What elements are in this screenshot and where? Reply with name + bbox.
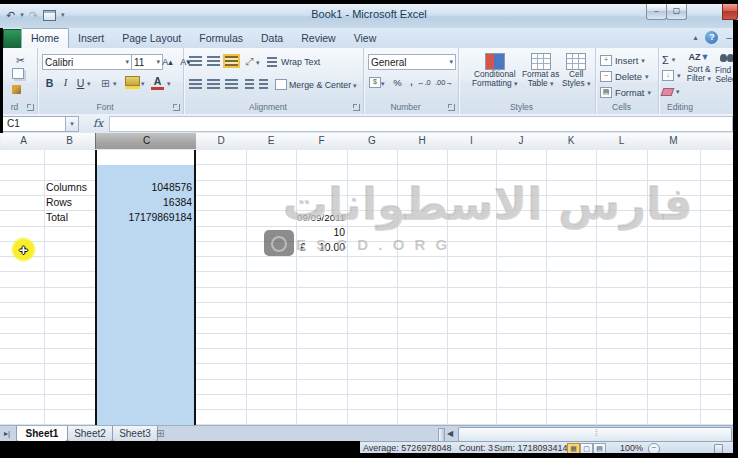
cell-C4[interactable]: 16384 bbox=[97, 197, 192, 210]
column-header-C[interactable]: C bbox=[95, 133, 198, 149]
minimize-button[interactable]: – bbox=[646, 4, 667, 20]
active-cell-C1[interactable] bbox=[97, 150, 194, 165]
cell-B5[interactable]: Total bbox=[46, 212, 94, 225]
top-align-icon[interactable] bbox=[189, 56, 202, 66]
maximize-button[interactable]: ▢ bbox=[666, 4, 687, 20]
insert-function-icon[interactable]: fx bbox=[93, 117, 103, 130]
insert-worksheet-icon[interactable]: ⊞ bbox=[156, 428, 164, 439]
column-header-partial[interactable] bbox=[700, 133, 734, 149]
column-header-J[interactable]: J bbox=[496, 133, 547, 149]
help-icon[interactable]: ? bbox=[705, 31, 718, 44]
bottom-align-icon[interactable] bbox=[225, 56, 238, 66]
font-color-icon[interactable]: A bbox=[151, 74, 164, 90]
column-header-K[interactable]: K bbox=[546, 133, 597, 149]
close-button[interactable] bbox=[722, 4, 738, 20]
font-name-select[interactable]: Calibri▾ bbox=[42, 54, 132, 70]
column-header-B[interactable]: B bbox=[44, 133, 96, 149]
align-center-icon[interactable] bbox=[207, 79, 220, 89]
borders-icon[interactable]: ⊞ bbox=[99, 75, 112, 90]
chevron-down-icon[interactable]: ▾ bbox=[449, 58, 453, 66]
format-painter-icon[interactable] bbox=[12, 85, 21, 94]
name-box-dropdown-icon[interactable]: ▾ bbox=[66, 116, 79, 132]
horizontal-scrollbar-thumb[interactable] bbox=[458, 427, 732, 442]
autosum-button[interactable]: Σ▾ bbox=[662, 52, 675, 67]
bold-button[interactable]: B bbox=[43, 75, 56, 90]
tab-review[interactable]: Review bbox=[292, 29, 344, 48]
tab-view[interactable]: View bbox=[345, 29, 386, 48]
sheet-tab-sheet1[interactable]: Sheet1 bbox=[16, 426, 68, 442]
alignment-dialog-launcher[interactable] bbox=[353, 104, 360, 111]
font-color-dropdown-icon[interactable]: ▾ bbox=[167, 80, 171, 88]
number-format-select[interactable]: General▾ bbox=[368, 54, 456, 70]
merge-center-dropdown-icon[interactable]: ▾ bbox=[353, 82, 357, 90]
increase-indent-icon[interactable] bbox=[259, 79, 268, 89]
scroll-left-icon[interactable]: ◀ bbox=[447, 429, 453, 438]
collapse-ribbon-icon[interactable]: ▴ bbox=[693, 33, 697, 42]
workbook-minimize-icon[interactable]: – bbox=[726, 32, 732, 43]
file-button[interactable] bbox=[3, 29, 22, 49]
underline-button[interactable]: U bbox=[74, 75, 87, 90]
column-header-D[interactable]: D bbox=[196, 133, 247, 149]
fill-color-dropdown-icon[interactable]: ▾ bbox=[141, 80, 145, 88]
decrease-decimal-icon[interactable]: .00→ bbox=[435, 78, 453, 87]
column-header-I[interactable]: I bbox=[447, 133, 497, 149]
cell-B3[interactable]: Columns bbox=[46, 182, 94, 195]
cell-C5[interactable]: 17179869184 bbox=[97, 212, 192, 225]
copy-icon[interactable] bbox=[12, 68, 24, 79]
tab-data[interactable]: Data bbox=[252, 29, 292, 48]
sheet-tab-sheet3[interactable]: Sheet3 bbox=[112, 426, 158, 442]
font-size-select[interactable]: 11▾ bbox=[131, 54, 163, 70]
orientation-dropdown-icon[interactable]: ▾ bbox=[256, 59, 260, 67]
column-header-A[interactable]: A bbox=[3, 133, 45, 149]
tab-home[interactable]: Home bbox=[21, 28, 69, 48]
merge-center-button[interactable]: Merge & Center bbox=[289, 80, 351, 90]
tab-split-handle[interactable] bbox=[438, 428, 445, 442]
clear-button[interactable]: ▾ bbox=[662, 84, 680, 99]
fill-button[interactable]: ↓▾ bbox=[662, 68, 681, 83]
conditional-formatting-button[interactable]: ConditionalFormatting ▾ bbox=[472, 53, 517, 88]
formula-input[interactable] bbox=[109, 116, 733, 132]
borders-dropdown-icon[interactable]: ▾ bbox=[113, 80, 117, 88]
cut-icon[interactable]: ✂ bbox=[14, 52, 27, 67]
column-header-L[interactable]: L bbox=[596, 133, 648, 149]
tab-page-layout[interactable]: Page Layout bbox=[113, 29, 190, 48]
orientation-icon[interactable]: ⤢ bbox=[243, 54, 256, 69]
percent-style-icon[interactable]: % bbox=[391, 75, 404, 90]
sheet-tab-sheet2[interactable]: Sheet2 bbox=[67, 426, 113, 442]
tab-formulas[interactable]: Formulas bbox=[190, 29, 252, 48]
chevron-down-icon[interactable]: ▾ bbox=[125, 58, 129, 66]
cell-styles-button[interactable]: CellStyles ▾ bbox=[562, 53, 590, 88]
column-header-M[interactable]: M bbox=[647, 133, 701, 149]
wrap-text-icon bbox=[267, 57, 277, 67]
delete-cells-button[interactable]: −Delete▾ bbox=[600, 69, 648, 84]
cell-C3[interactable]: 1048576 bbox=[97, 182, 192, 195]
column-header-H[interactable]: H bbox=[397, 133, 448, 149]
accounting-dropdown-icon[interactable]: ▾ bbox=[381, 80, 385, 88]
wrap-text-button[interactable]: Wrap Text bbox=[281, 57, 320, 67]
clipboard-dialog-launcher[interactable] bbox=[27, 104, 34, 111]
font-dialog-launcher[interactable] bbox=[173, 104, 180, 111]
middle-align-icon[interactable] bbox=[207, 56, 220, 66]
grow-font-icon[interactable]: A▴ bbox=[161, 54, 174, 69]
cell-B4[interactable]: Rows bbox=[46, 197, 94, 210]
align-left-icon[interactable] bbox=[189, 79, 202, 89]
increase-decimal-icon[interactable]: ←.0 bbox=[417, 78, 431, 87]
underline-dropdown-icon[interactable]: ▾ bbox=[87, 80, 91, 88]
format-cells-button[interactable]: ▤Format▾ bbox=[600, 85, 651, 100]
decrease-indent-icon[interactable] bbox=[245, 79, 254, 89]
align-right-icon[interactable] bbox=[225, 79, 238, 89]
sort-filter-button[interactable]: AZ▼ Sort &Filter ▾ bbox=[686, 52, 712, 83]
column-header-G[interactable]: G bbox=[347, 133, 398, 149]
name-box[interactable]: C1 bbox=[2, 116, 66, 132]
number-dialog-launcher[interactable] bbox=[448, 104, 455, 111]
accounting-format-icon[interactable]: $ bbox=[369, 77, 381, 88]
tab-insert[interactable]: Insert bbox=[69, 29, 113, 48]
italic-button[interactable]: I bbox=[59, 75, 72, 90]
sheet-nav-last-icon[interactable]: ▸| bbox=[4, 429, 10, 438]
insert-cells-button[interactable]: +Insert▾ bbox=[600, 53, 645, 68]
column-header-E[interactable]: E bbox=[246, 133, 297, 149]
fill-color-icon[interactable] bbox=[125, 76, 140, 86]
format-as-table-button[interactable]: Format asTable ▾ bbox=[522, 53, 559, 88]
chevron-down-icon[interactable]: ▾ bbox=[156, 58, 160, 66]
column-header-F[interactable]: F bbox=[296, 133, 348, 149]
